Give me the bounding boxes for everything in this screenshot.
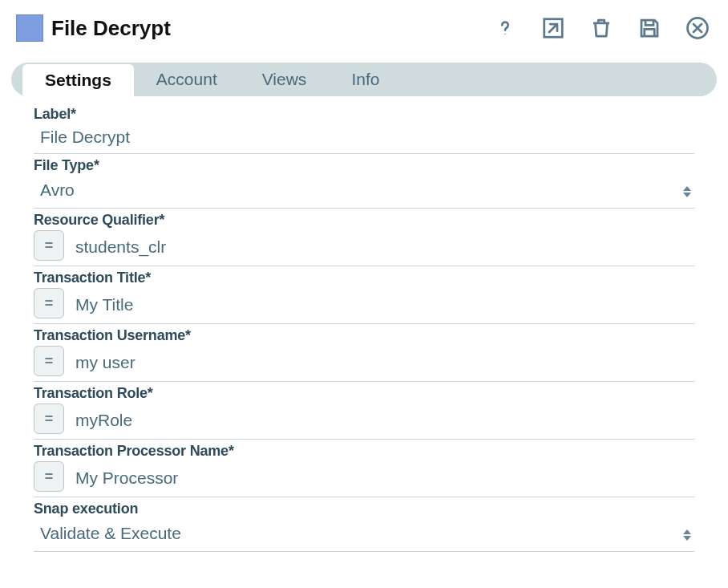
help-button[interactable]	[492, 15, 518, 41]
field-resource-qualifier: Resource Qualifier* =	[34, 212, 694, 266]
field-transaction-username: Transaction Username* =	[34, 327, 694, 382]
expression-toggle[interactable]: =	[34, 230, 64, 261]
snap-execution-select[interactable]: Validate & Execute	[34, 519, 694, 552]
close-icon	[686, 16, 710, 40]
expression-toggle[interactable]: =	[34, 461, 64, 492]
dialog-header: File Decrypt	[0, 0, 728, 48]
snap-execution-label: Snap execution	[34, 501, 694, 517]
transaction-username-input[interactable]	[72, 346, 694, 381]
expression-toggle[interactable]: =	[34, 346, 64, 376]
settings-form: Label* File Type* Avro Resource Qualifie…	[0, 96, 728, 552]
dialog-title: File Decrypt	[51, 16, 171, 41]
input-row-resource-qualifier: =	[34, 230, 694, 266]
transaction-role-label: Transaction Role*	[34, 385, 694, 402]
field-file-type: File Type* Avro	[34, 157, 694, 209]
input-row-transaction-title: =	[34, 288, 694, 324]
field-transaction-processor-name: Transaction Processor Name* =	[34, 443, 694, 497]
question-icon	[493, 16, 517, 40]
resource-qualifier-label: Resource Qualifier*	[34, 212, 694, 229]
transaction-role-input[interactable]	[72, 403, 694, 439]
delete-button[interactable]	[588, 15, 614, 41]
save-icon	[637, 16, 661, 40]
label-label: Label*	[34, 106, 694, 123]
tabs-container: Settings Account Views Info	[0, 48, 728, 96]
file-type-value: Avro	[34, 176, 694, 208]
file-type-label: File Type*	[34, 157, 694, 174]
select-stepper-icon	[683, 529, 691, 541]
color-swatch	[16, 14, 43, 42]
transaction-title-label: Transaction Title*	[34, 270, 694, 286]
close-button[interactable]	[685, 15, 710, 41]
header-actions	[492, 15, 710, 41]
tab-info[interactable]: Info	[329, 63, 402, 96]
label-input[interactable]	[34, 124, 694, 153]
header-left: File Decrypt	[16, 14, 171, 42]
tab-settings[interactable]: Settings	[22, 64, 134, 96]
expression-toggle[interactable]: =	[34, 403, 64, 434]
field-snap-execution: Snap execution Validate & Execute	[34, 501, 694, 552]
select-stepper-icon	[683, 186, 691, 197]
tab-views[interactable]: Views	[240, 63, 330, 96]
snap-execution-value: Validate & Execute	[34, 519, 694, 551]
export-icon	[541, 16, 565, 40]
field-label: Label*	[34, 106, 694, 154]
transaction-username-label: Transaction Username*	[34, 327, 694, 344]
tab-account[interactable]: Account	[134, 63, 240, 96]
input-row-transaction-role: =	[34, 403, 694, 440]
transaction-processor-name-label: Transaction Processor Name*	[34, 443, 694, 460]
svg-point-0	[504, 34, 506, 35]
file-type-select[interactable]: Avro	[34, 176, 694, 209]
input-row-label	[34, 124, 694, 154]
input-row-transaction-username: =	[34, 346, 694, 382]
export-button[interactable]	[540, 15, 566, 41]
trash-icon	[589, 16, 613, 40]
field-transaction-role: Transaction Role* =	[34, 385, 694, 440]
resource-qualifier-input[interactable]	[72, 230, 694, 266]
transaction-title-input[interactable]	[72, 288, 694, 323]
save-button[interactable]	[637, 15, 662, 41]
tabs: Settings Account Views Info	[11, 63, 717, 96]
expression-toggle[interactable]: =	[34, 288, 64, 318]
field-transaction-title: Transaction Title* =	[34, 270, 694, 324]
input-row-transaction-processor-name: =	[34, 461, 694, 497]
transaction-processor-name-input[interactable]	[72, 461, 694, 497]
